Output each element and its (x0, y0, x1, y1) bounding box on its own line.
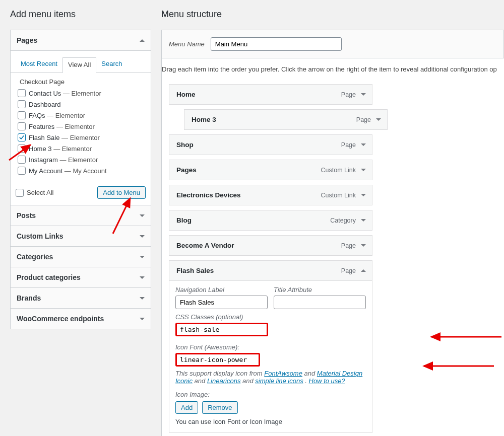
caret-up-icon[interactable] (361, 269, 366, 272)
nav-label-input[interactable] (175, 296, 268, 309)
menu-item-type: Page (341, 141, 356, 149)
page-checkbox[interactable] (18, 144, 26, 153)
menu-item-type: Page (341, 242, 356, 249)
accordion-toggle[interactable]: Product categories (11, 267, 151, 287)
page-list-item[interactable]: FAQs — Elementor (18, 110, 145, 121)
accordion-title: Custom Links (17, 232, 64, 240)
add-to-menu-button[interactable]: Add to Menu (97, 186, 146, 199)
caret-down-icon (140, 235, 145, 238)
page-checkbox[interactable] (18, 133, 26, 141)
page-list-item[interactable]: Flash Sale — Elementor (18, 132, 145, 143)
pages-metabox: Pages Most Recent View All Search Checko… (10, 30, 151, 205)
title-attr-label: Title Attribute (274, 286, 366, 294)
menu-item[interactable]: HomePage (169, 84, 372, 105)
menu-item-type: Category (330, 217, 356, 224)
select-all-label: Select All (27, 189, 53, 196)
menu-header: Menu Name (161, 30, 504, 58)
accordion-toggle[interactable]: Categories (11, 247, 151, 267)
page-list-item[interactable]: Instagram — Elementor (18, 154, 145, 165)
css-classes-label: CSS Classes (optional) (175, 313, 366, 321)
page-item-label: Checkout Page (18, 77, 145, 88)
menu-item[interactable]: PagesCustom Link (169, 160, 372, 180)
menu-item-title: Flash Sales (176, 267, 214, 274)
page-item-label: Features — Elementor (29, 123, 95, 130)
page-item-label: Flash Sale — Elementor (29, 134, 100, 141)
icon-image-add-button[interactable]: Add (175, 401, 198, 414)
link-fontawesome[interactable]: FontAwsome (264, 370, 302, 377)
pages-metabox-toggle[interactable]: Pages (11, 30, 151, 51)
menu-item[interactable]: Become A VendorPage (169, 235, 372, 256)
menu-item-title: Home 3 (192, 116, 216, 123)
menu-item[interactable]: Home 3Page (184, 109, 388, 130)
pages-tabs: Most Recent View All Search (11, 57, 151, 73)
accordion-toggle[interactable]: WooCommerce endpoints (11, 309, 151, 329)
icon-font-hint: This support display icon from FontAwsom… (175, 370, 366, 385)
page-checkbox[interactable] (18, 122, 26, 130)
page-item-label: Contact Us — Elementor (29, 90, 101, 97)
link-linearicons[interactable]: Linearicons (207, 377, 241, 385)
caret-down-icon (140, 256, 145, 258)
page-item-label: My Account — My Account (29, 167, 107, 175)
page-list-item[interactable]: Features — Elementor (18, 121, 145, 132)
icon-font-input[interactable] (175, 353, 260, 367)
menu-item[interactable]: Electronics DevicesCustom Link (169, 185, 372, 205)
caret-down-icon[interactable] (361, 244, 366, 247)
menu-name-label: Menu Name (169, 40, 205, 48)
accordion-title: Categories (17, 253, 53, 261)
menu-item-title: Blog (176, 216, 192, 224)
tab-most-recent[interactable]: Most Recent (16, 57, 62, 72)
caret-down-icon[interactable] (361, 143, 366, 146)
page-checkbox[interactable] (18, 111, 26, 119)
page-item-label: FAQs — Elementor (29, 112, 85, 119)
menu-item-title: Electronics Devices (176, 191, 241, 199)
caret-down-icon (140, 214, 145, 217)
page-list-item[interactable]: Contact Us — Elementor (18, 88, 145, 99)
menu-structure-title: Menu structure (161, 9, 504, 20)
accordion-title: WooCommerce endpoints (17, 315, 104, 323)
menu-item-type: Custom Link (321, 167, 356, 174)
select-all-checkbox[interactable] (16, 189, 24, 197)
caret-down-icon[interactable] (361, 194, 366, 196)
page-list-item[interactable]: Home 3 — Elementor (18, 143, 145, 154)
page-checkbox[interactable] (18, 156, 26, 164)
pages-scroll-list[interactable]: Checkout Page Contact Us — ElementorDash… (16, 77, 146, 178)
page-checkbox[interactable] (18, 100, 26, 108)
accordion-posts: Posts (10, 205, 151, 226)
caret-down-icon (140, 318, 145, 320)
select-all-row[interactable]: Select All (16, 189, 53, 197)
caret-down-icon[interactable] (361, 93, 366, 96)
icon-image-label: Icon Image: (175, 391, 366, 398)
page-checkbox[interactable] (18, 89, 26, 97)
caret-down-icon[interactable] (361, 219, 366, 222)
caret-down-icon[interactable] (376, 118, 381, 121)
accordion-custom-links: Custom Links (10, 226, 151, 247)
menu-item-title: Shop (176, 141, 194, 149)
menu-item[interactable]: Flash SalesPage (169, 260, 372, 281)
accordion-brands: Brands (10, 288, 151, 309)
menu-name-input[interactable] (211, 37, 342, 51)
link-how-to-use[interactable]: How to use? (309, 377, 345, 385)
title-attr-input[interactable] (274, 296, 366, 309)
tab-search[interactable]: Search (96, 57, 127, 72)
menu-item[interactable]: ShopPage (169, 134, 372, 155)
page-list-item[interactable]: Dashboard (18, 99, 145, 110)
accordion-woocommerce-endpoints: WooCommerce endpoints (10, 309, 151, 329)
accordion-toggle[interactable]: Brands (11, 288, 151, 308)
page-item-label: Instagram — Elementor (29, 156, 98, 164)
link-simple-line-icons[interactable]: simple line icons (255, 377, 303, 385)
icon-note: You can use Icon Font or Icon Image (175, 418, 366, 425)
tab-view-all[interactable]: View All (62, 57, 96, 73)
icon-image-remove-button[interactable]: Remove (202, 401, 237, 414)
accordion-toggle[interactable]: Posts (11, 205, 151, 226)
accordion-toggle[interactable]: Custom Links (11, 226, 151, 246)
menu-item-type: Page (341, 91, 356, 98)
menu-item[interactable]: BlogCategory (169, 210, 372, 231)
page-item-label: Home 3 — Elementor (29, 145, 92, 153)
css-classes-input[interactable] (175, 323, 268, 336)
page-list-item[interactable]: My Account — My Account (18, 165, 145, 176)
caret-down-icon (140, 276, 145, 279)
nav-label-label: Navigation Label (175, 286, 268, 294)
accordion-title: Posts (17, 211, 36, 220)
caret-down-icon[interactable] (361, 169, 366, 171)
page-checkbox[interactable] (18, 167, 26, 175)
